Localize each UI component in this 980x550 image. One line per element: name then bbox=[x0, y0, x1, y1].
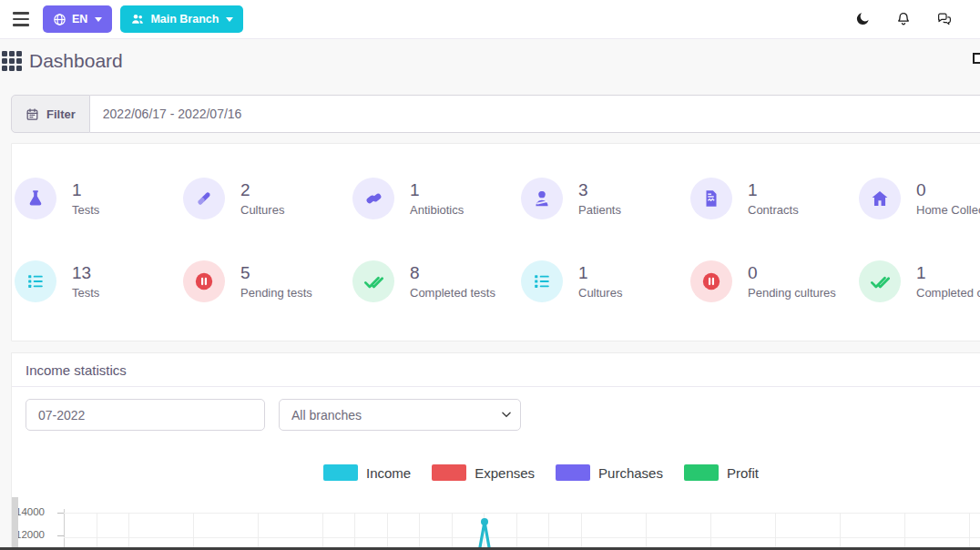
users-icon bbox=[130, 12, 145, 26]
language-label: EN bbox=[72, 13, 87, 25]
stat-label: Pending tests bbox=[240, 286, 312, 300]
contract-icon bbox=[690, 178, 732, 219]
filter-button[interactable]: Filter bbox=[11, 95, 90, 133]
stat-label: Pending cultures bbox=[748, 286, 836, 300]
flask-icon bbox=[15, 178, 56, 219]
legend-item-profit[interactable]: Profit bbox=[684, 464, 759, 481]
chat-icon[interactable] bbox=[936, 11, 953, 27]
legend-item-purchases[interactable]: Purchases bbox=[556, 464, 663, 481]
legend-swatch bbox=[684, 464, 719, 481]
chevron-down-icon bbox=[95, 17, 102, 22]
bell-icon[interactable] bbox=[895, 11, 912, 27]
stat-contracts: 1 Contracts bbox=[690, 178, 799, 219]
list-icon bbox=[15, 260, 56, 302]
chevron-down-icon bbox=[226, 17, 233, 22]
stat-cultures: 2 Cultures bbox=[183, 178, 284, 219]
filter-button-label: Filter bbox=[46, 107, 76, 121]
stat-label: Antibiotics bbox=[410, 203, 464, 217]
moon-icon[interactable] bbox=[854, 11, 871, 27]
stat-pending-cultures: 0 Pending cultures bbox=[690, 260, 836, 302]
date-filter-group: Filter bbox=[11, 95, 980, 133]
branch-dropdown-button[interactable]: Main Branch bbox=[120, 5, 243, 33]
stat-label: Cultures bbox=[240, 203, 284, 217]
stat-value: 1 bbox=[748, 180, 758, 199]
income-line-peak bbox=[458, 515, 513, 550]
chart-legend: Income Expenses Purchases Profit bbox=[323, 464, 759, 481]
stat-value: 1 bbox=[916, 263, 926, 282]
stats-card: 1 Tests 2 Cultures 1 Antibiotics 3 Patie… bbox=[11, 143, 980, 341]
stat-patients: 3 Patients bbox=[521, 178, 621, 219]
axis-tick-mark bbox=[57, 513, 64, 514]
pills-icon bbox=[352, 178, 394, 219]
stat-completed-tests: 8 Completed tests bbox=[352, 260, 495, 302]
legend-item-income[interactable]: Income bbox=[323, 464, 411, 481]
stat-label: Tests bbox=[72, 203, 99, 217]
axis-tick-mark bbox=[57, 535, 64, 536]
income-statistics-title: Income statistics bbox=[12, 353, 980, 387]
language-dropdown-button[interactable]: EN bbox=[43, 5, 112, 33]
breadcrumb-icon-cutoff bbox=[973, 53, 980, 64]
scrollbar-strip[interactable] bbox=[12, 497, 18, 550]
stat-pending-tests: 5 Pending tests bbox=[183, 260, 312, 302]
calendar-icon bbox=[26, 107, 39, 121]
legend-label: Expenses bbox=[475, 465, 535, 481]
page-header: Dashboard bbox=[0, 39, 980, 83]
stat-antibiotics: 1 Antibiotics bbox=[352, 178, 464, 219]
page-title: Dashboard bbox=[29, 50, 123, 72]
stat-label: Home Collection bbox=[916, 203, 980, 217]
pause-circle-icon bbox=[690, 260, 732, 302]
branch-label: Main Branch bbox=[150, 13, 219, 25]
stat-value: 1 bbox=[72, 180, 82, 199]
check-double-icon bbox=[352, 260, 394, 302]
stat-value: 3 bbox=[578, 180, 588, 199]
legend-label: Profit bbox=[727, 465, 759, 481]
stat-value: 2 bbox=[240, 180, 250, 199]
income-statistics-card: Income statistics All branches Income Ex… bbox=[11, 352, 980, 550]
menu-toggle-icon[interactable] bbox=[13, 12, 29, 25]
stat-label: Patients bbox=[578, 203, 621, 217]
stat-home-collection: 0 Home Collection bbox=[859, 178, 980, 219]
stat-label: Contracts bbox=[748, 203, 799, 217]
home-icon bbox=[859, 178, 901, 219]
list-icon bbox=[521, 260, 563, 302]
stat-completed-cultures: 1 Completed cultures bbox=[859, 260, 980, 302]
legend-swatch bbox=[432, 464, 466, 481]
stat-value: 0 bbox=[748, 263, 758, 282]
top-navbar: EN Main Branch bbox=[0, 0, 980, 39]
stat-value: 0 bbox=[916, 180, 926, 199]
legend-swatch bbox=[556, 464, 590, 481]
month-input[interactable] bbox=[26, 399, 265, 431]
globe-icon bbox=[53, 13, 66, 26]
stat-value: 5 bbox=[240, 263, 250, 282]
stat-label: Completed cultures bbox=[916, 286, 980, 300]
stat-label: Tests bbox=[72, 286, 99, 300]
stat-value: 1 bbox=[578, 263, 588, 282]
check-double-icon bbox=[859, 260, 901, 302]
income-chart: 14000 12000 bbox=[12, 497, 980, 550]
stat-value: 13 bbox=[72, 263, 91, 282]
legend-label: Income bbox=[366, 465, 411, 481]
grid-icon bbox=[2, 51, 22, 71]
date-range-input[interactable] bbox=[90, 95, 980, 133]
legend-label: Purchases bbox=[598, 465, 663, 481]
patient-icon bbox=[521, 178, 563, 219]
stat-value: 8 bbox=[410, 263, 420, 282]
stat-value: 1 bbox=[410, 180, 420, 199]
stat-label: Cultures bbox=[578, 286, 622, 300]
stat-tests: 1 Tests bbox=[15, 178, 99, 219]
test-tube-icon bbox=[183, 178, 225, 219]
legend-swatch bbox=[323, 464, 358, 481]
stat-label: Completed tests bbox=[410, 286, 495, 300]
vertical-gridlines bbox=[65, 513, 980, 550]
legend-item-expenses[interactable]: Expenses bbox=[432, 464, 535, 481]
stat-tests-total: 13 Tests bbox=[15, 260, 99, 302]
branch-select[interactable]: All branches bbox=[279, 399, 521, 431]
stat-cultures-total: 1 Cultures bbox=[521, 260, 622, 302]
pause-circle-icon bbox=[183, 260, 225, 302]
